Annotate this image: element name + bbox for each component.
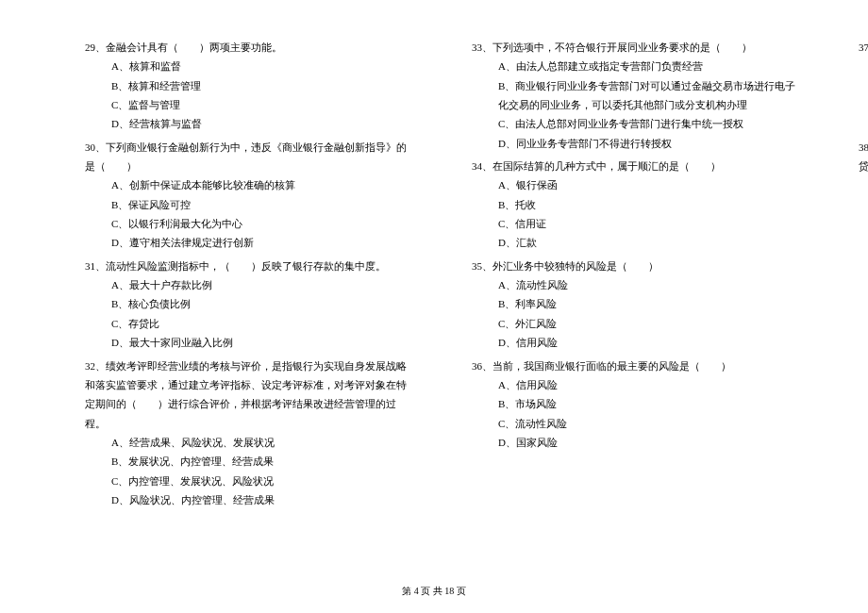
exam-page: 29、金融会计具有（ ）两项主要功能。 A、核算和监督 B、核算和经营管理 C、… — [0, 0, 868, 566]
option-c: C、流动性风险 — [472, 414, 802, 433]
option-b: B、商业银行同业业务专营部门对可以通过金融交易市场进行电子化交易的同业业务，可以… — [472, 76, 802, 115]
option-a: A、经营成果、风险状况、发展状况 — [85, 433, 415, 452]
page-footer: 第 4 页 共 18 页 — [0, 585, 868, 598]
question-29: 29、金融会计具有（ ）两项主要功能。 A、核算和监督 B、核算和经营管理 C、… — [85, 38, 415, 134]
question-33: 33、下列选项中，不符合银行开展同业业务要求的是（ ） A、由法人总部建立或指定… — [472, 38, 802, 153]
option-b: B、向汽车购买者发放汽车贷款 — [859, 195, 868, 214]
option-c: C、信用证 — [472, 214, 802, 233]
option-d: D、汇款 — [472, 233, 802, 252]
option-c: C、由法人总部对同业业务专营部门进行集中统一授权 — [472, 114, 802, 133]
option-a: A、向汽车经销商发放汽车贷款 — [859, 175, 868, 194]
option-a: A、信用风险 — [472, 375, 802, 394]
option-d: D、风险状况、内控管理、经营成果 — [85, 490, 415, 509]
option-b: B、托收 — [472, 195, 802, 214]
option-c: C、内控管理、发展状况、风险状况 — [85, 472, 415, 490]
question-text: 35、外汇业务中较独特的风险是（ ） — [472, 257, 802, 275]
option-c: C、存贷比 — [85, 314, 415, 333]
option-d: D、同业业务专营部门不得进行转授权 — [472, 134, 802, 153]
option-b: B、核算和经营管理 — [85, 76, 415, 95]
question-text: 32、绩效考评即经营业绩的考核与评价，是指银行为实现自身发展战略和落实监管要求，… — [85, 356, 415, 433]
option-b: B、核心负债比例 — [85, 294, 415, 313]
option-d: D、经营核算与监督 — [85, 114, 415, 133]
option-c: C、监督与管理 — [85, 95, 415, 114]
option-b: B、市场风险 — [472, 394, 802, 413]
question-36: 36、当前，我国商业银行面临的最主要的风险是（ ） A、信用风险 B、市场风险 … — [472, 356, 802, 453]
option-a: A、创新中保证成本能够比较准确的核算 — [85, 175, 415, 194]
question-text: 36、当前，我国商业银行面临的最主要的风险是（ ） — [472, 356, 802, 375]
question-text: 38、（ ）是指汽车金融公司可以提供向汽车经销商发放的采购车辆贷款和营运设备贷款… — [859, 138, 868, 176]
question-text: 34、在国际结算的几种方式中，属于顺汇的是（ ） — [472, 157, 802, 175]
option-a: A、银行保函 — [472, 175, 802, 194]
option-c: C、向汽车生产者发放汽车贷款 — [859, 214, 868, 233]
question-text: 33、下列选项中，不符合银行开展同业业务要求的是（ ） — [472, 38, 802, 57]
question-31: 31、流动性风险监测指标中，（ ）反映了银行存款的集中度。 A、最大十户存款比例… — [85, 257, 415, 353]
question-35: 35、外汇业务中较独特的风险是（ ） A、流动性风险 B、利率风险 C、外汇风险… — [472, 257, 802, 353]
option-a: A、最大十户存款比例 — [85, 275, 415, 294]
option-c: C、外汇风险 — [472, 314, 802, 333]
option-b: B、优化资源配置功能 — [859, 76, 868, 95]
option-c: C、以银行利润最大化为中心 — [85, 214, 415, 233]
question-38: 38、（ ）是指汽车金融公司可以提供向汽车经销商发放的采购车辆贷款和营运设备贷款… — [859, 138, 868, 234]
option-a: A、核算和监督 — [85, 57, 415, 75]
option-b: B、利率风险 — [472, 294, 802, 313]
option-d: D、信用风险 — [472, 333, 802, 352]
option-b: B、发展状况、内控管理、经营成果 — [85, 452, 415, 471]
question-text: 29、金融会计具有（ ）两项主要功能。 — [85, 38, 415, 57]
question-34: 34、在国际结算的几种方式中，属于顺汇的是（ ） A、银行保函 B、托收 C、信… — [472, 157, 802, 253]
option-a: A、由法人总部建立或指定专营部门负责经营 — [472, 57, 802, 75]
option-d: D、经济调节功能 — [859, 114, 868, 133]
question-text: 31、流动性风险监测指标中，（ ）反映了银行存款的集中度。 — [85, 257, 415, 275]
question-30: 30、下列商业银行金融创新行为中，违反《商业银行金融创新指导》的是（ ） A、创… — [85, 138, 415, 253]
option-d: D、最大十家同业融入比例 — [85, 333, 415, 352]
option-d: D、国家风险 — [472, 433, 802, 452]
question-37: 37、（ ）是金融市场最主要、最基本的功能。 A、货币资金融通功能 B、优化资源… — [859, 38, 868, 134]
option-b: B、保证风险可控 — [85, 195, 415, 214]
question-32: 32、绩效考评即经营业绩的考核与评价，是指银行为实现自身发展战略和落实监管要求，… — [85, 356, 415, 510]
option-d: D、遵守相关法律规定进行创新 — [85, 233, 415, 252]
option-c: C、风险分散与风险管理功能 — [859, 95, 868, 114]
question-text: 37、（ ）是金融市场最主要、最基本的功能。 — [859, 38, 868, 57]
option-a: A、货币资金融通功能 — [859, 57, 868, 75]
option-a: A、流动性风险 — [472, 275, 802, 294]
question-text: 30、下列商业银行金融创新行为中，违反《商业银行金融创新指导》的是（ ） — [85, 138, 415, 176]
